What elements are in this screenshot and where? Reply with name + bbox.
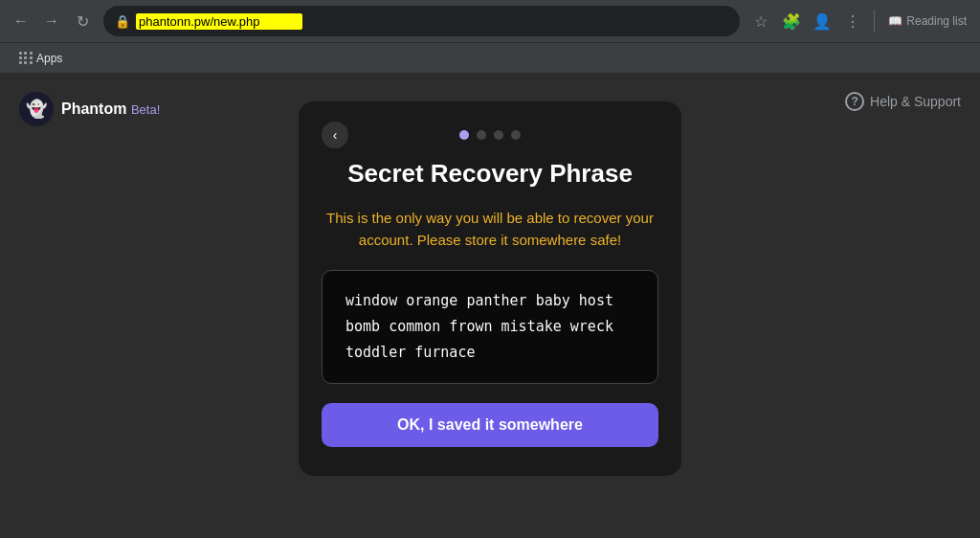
step-dot-3 (494, 130, 503, 140)
star-button[interactable]: ☆ (747, 8, 774, 34)
phantom-avatar: 👻 (19, 92, 54, 126)
back-button[interactable]: ← (8, 8, 34, 34)
recovery-phrase-card: ‹ Secret Recovery Phrase This is the onl… (299, 101, 681, 476)
seed-phrase-box: window orange panther baby host bomb com… (322, 270, 658, 384)
lock-icon: 🔒 (115, 14, 130, 29)
step-dot-4 (511, 130, 521, 140)
forward-button[interactable]: → (38, 8, 65, 34)
menu-button[interactable]: ⋮ (839, 8, 866, 34)
phantom-brand: 👻 Phantom Beta! (19, 92, 160, 126)
address-input[interactable] (136, 13, 302, 30)
browser-toolbar: ← → ↻ 🔒 ☆ 🧩 👤 ⋮ 📖 Reading list (0, 0, 980, 42)
reading-list-icon: 📖 (888, 14, 902, 28)
apps-bookmark[interactable]: Apps (11, 48, 70, 69)
stepper: ‹ (322, 130, 658, 140)
seed-phrase-text: window orange panther baby host bomb com… (345, 292, 613, 361)
help-icon: ? (845, 92, 864, 111)
step-back-button[interactable]: ‹ (322, 122, 348, 148)
reading-list-divider (874, 10, 875, 33)
apps-icon (19, 52, 33, 65)
main-content: 👻 Phantom Beta! ? Help & Support ‹ Secre… (0, 73, 980, 538)
step-dot-2 (477, 130, 486, 140)
phantom-name: Phantom Beta! (61, 101, 160, 118)
extensions-button[interactable]: 🧩 (778, 8, 805, 34)
help-support-label: Help & Support (870, 94, 961, 109)
profile-button[interactable]: 👤 (809, 8, 835, 34)
help-support-button[interactable]: ? Help & Support (845, 92, 961, 111)
address-bar-container: 🔒 (103, 6, 740, 36)
apps-label: Apps (36, 52, 62, 65)
step-dot-1 (459, 130, 469, 140)
reading-list-label: Reading list (906, 14, 967, 28)
chrome-right-controls: ☆ 🧩 👤 ⋮ 📖 Reading list (747, 8, 972, 34)
ok-button[interactable]: OK, I saved it somewhere (322, 403, 658, 447)
phantom-avatar-icon: 👻 (26, 99, 47, 120)
reload-button[interactable]: ↻ (69, 8, 96, 34)
card-title: Secret Recovery Phrase (347, 159, 633, 189)
warning-text: This is the only way you will be able to… (322, 208, 658, 251)
bookmarks-bar: Apps (0, 42, 980, 73)
reading-list-button[interactable]: 📖 Reading list (882, 14, 972, 28)
nav-buttons: ← → ↻ (8, 8, 96, 34)
phantom-name-text: Phantom (61, 101, 126, 117)
phantom-beta-label: Beta! (131, 102, 160, 117)
